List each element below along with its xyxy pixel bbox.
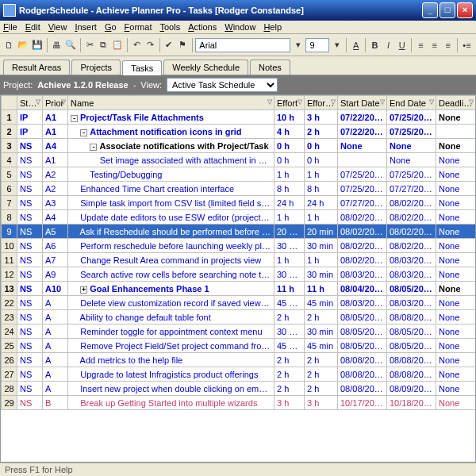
cell[interactable]: 07/22/2005: [338, 110, 387, 125]
cell[interactable]: None: [436, 282, 476, 296]
cell[interactable]: 1 h: [274, 210, 305, 225]
cell[interactable]: A2: [43, 182, 68, 196]
cell[interactable]: 08/02/2005: [387, 210, 436, 225]
cell[interactable]: 08/02/2005: [338, 253, 387, 267]
cell[interactable]: None: [436, 210, 476, 225]
task-grid[interactable]: State▽Prior▽Name▽Effort▽Effort L▽Start D…: [0, 94, 476, 463]
align-left-icon[interactable]: ≡: [415, 37, 427, 53]
cell[interactable]: None: [436, 382, 476, 396]
cell[interactable]: 27: [2, 367, 17, 382]
cell[interactable]: A9: [43, 267, 68, 282]
italic-icon[interactable]: I: [382, 37, 394, 53]
cell[interactable]: 2 h: [274, 382, 305, 396]
undo-icon[interactable]: ↶: [131, 37, 143, 53]
cell[interactable]: None: [436, 253, 476, 267]
cell[interactable]: 23: [2, 310, 17, 324]
cell[interactable]: 8 h: [305, 182, 338, 196]
table-row[interactable]: 7NSA3 Simple task import from CSV list (…: [2, 196, 477, 210]
cell[interactable]: 1 h: [274, 167, 305, 182]
cell[interactable]: 11 h: [305, 282, 338, 296]
cell[interactable]: 8: [2, 210, 17, 225]
cell[interactable]: NS: [17, 282, 43, 296]
cell[interactable]: +Goal Enhancements Phase 1: [68, 282, 274, 296]
cell[interactable]: Add metrics to the help file: [68, 353, 274, 367]
cell[interactable]: 25: [2, 339, 17, 353]
cell[interactable]: 30 min: [274, 267, 305, 282]
table-row[interactable]: 2IPA1 -Attachment notification icons in …: [2, 125, 477, 139]
cell[interactable]: 24: [2, 324, 17, 339]
cell[interactable]: A4: [43, 139, 68, 153]
cell[interactable]: 29: [2, 396, 17, 410]
cell[interactable]: NS: [17, 367, 43, 382]
cell[interactable]: 2: [2, 125, 17, 139]
cell[interactable]: 07/27/2005: [387, 182, 436, 196]
cell[interactable]: NS: [17, 339, 43, 353]
cell[interactable]: 0 h: [274, 153, 305, 167]
cell[interactable]: Testing/Debugging: [68, 167, 274, 182]
preview-icon[interactable]: 🔍: [64, 37, 77, 53]
cell[interactable]: Ask if Reschedule should be performed be…: [68, 225, 274, 239]
minimize-button[interactable]: _: [422, 2, 438, 18]
cell[interactable]: 08/08/2005: [338, 382, 387, 396]
cell[interactable]: 4: [2, 153, 17, 167]
cell[interactable]: NS: [17, 167, 43, 182]
cell[interactable]: A3: [43, 196, 68, 210]
cell[interactable]: 1 h: [274, 253, 305, 267]
cell[interactable]: A4: [43, 210, 68, 225]
cell[interactable]: None: [436, 139, 476, 153]
cell[interactable]: B: [43, 396, 68, 410]
cell[interactable]: A: [43, 367, 68, 382]
open-icon[interactable]: 📂: [17, 37, 29, 53]
cell[interactable]: 08/03/2005: [338, 296, 387, 310]
col-header[interactable]: Effort L▽: [305, 96, 338, 110]
cell[interactable]: IP: [17, 125, 43, 139]
cell[interactable]: 2 h: [305, 353, 338, 367]
cell[interactable]: NS: [17, 310, 43, 324]
fontcolor-icon[interactable]: A: [350, 37, 362, 53]
close-button[interactable]: ×: [457, 2, 473, 18]
cell[interactable]: A5: [43, 225, 68, 239]
maximize-button[interactable]: □: [440, 2, 455, 18]
cell[interactable]: Perform reschedule before launching week…: [68, 239, 274, 253]
cell[interactable]: 07/25/2005: [338, 182, 387, 196]
table-row[interactable]: 1IPA1-Project/Task File Attachments10 h3…: [2, 110, 477, 125]
cell[interactable]: 7: [2, 196, 17, 210]
cell[interactable]: 2 h: [305, 125, 338, 139]
table-row[interactable]: 27NSA Upgrade to latest Infragistics pro…: [2, 367, 477, 382]
cell[interactable]: 07/25/2005: [387, 167, 436, 182]
expand-icon[interactable]: -: [80, 129, 87, 136]
table-row[interactable]: 4NSA1 Set image associated with attachme…: [2, 153, 477, 167]
col-header[interactable]: Effort▽: [274, 96, 305, 110]
cell[interactable]: 26: [2, 353, 17, 367]
cut-icon[interactable]: ✂: [84, 37, 96, 53]
cell[interactable]: 45 min: [274, 296, 305, 310]
cell[interactable]: None: [436, 153, 476, 167]
expand-icon[interactable]: -: [90, 144, 97, 151]
cell[interactable]: 1 h: [305, 167, 338, 182]
cell[interactable]: Update date editors to use ESW editor (p…: [68, 210, 274, 225]
cell[interactable]: Ability to change default table font: [68, 310, 274, 324]
table-row[interactable]: 22NSA Delete view customization record i…: [2, 296, 477, 310]
cell[interactable]: NS: [17, 382, 43, 396]
cell[interactable]: -Associate notifications with Project/Ta…: [68, 139, 274, 153]
col-header[interactable]: State▽: [17, 96, 43, 110]
cell[interactable]: 08/05/2005: [387, 339, 436, 353]
cell[interactable]: Delete view customization record if save…: [68, 296, 274, 310]
menu-window[interactable]: Window: [225, 22, 255, 32]
menu-format[interactable]: Format: [125, 22, 152, 32]
table-row[interactable]: 25NSA Remove Project Field/Set project c…: [2, 339, 477, 353]
cell[interactable]: NS: [17, 267, 43, 282]
col-header[interactable]: End Date▽: [387, 96, 436, 110]
tab-projects[interactable]: Projects: [71, 60, 121, 75]
menu-actions[interactable]: Actions: [188, 22, 217, 32]
table-row[interactable]: 24NSA Reminder toggle for appointment co…: [2, 324, 477, 339]
cell[interactable]: 2 h: [305, 310, 338, 324]
size-select[interactable]: [305, 38, 329, 52]
new-icon[interactable]: 🗋: [3, 37, 15, 53]
cell[interactable]: 08/05/2005: [387, 324, 436, 339]
cell[interactable]: 08/03/2005: [338, 267, 387, 282]
cell[interactable]: None: [436, 324, 476, 339]
cell[interactable]: 08/02/2005: [387, 196, 436, 210]
cell[interactable]: A: [43, 310, 68, 324]
cell[interactable]: [338, 153, 387, 167]
